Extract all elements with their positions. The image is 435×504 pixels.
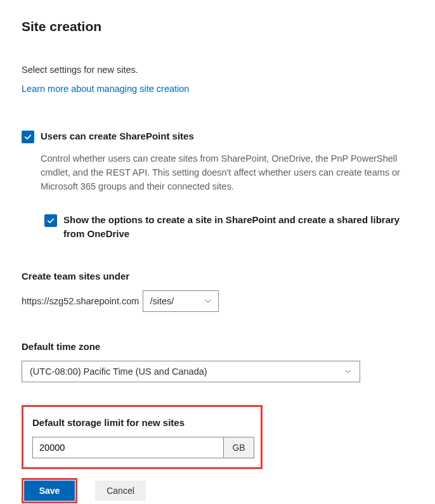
page-description: Select settings for new sites. xyxy=(22,65,413,75)
timezone-label: Default time zone xyxy=(22,341,413,352)
create-under-label: Create team sites under xyxy=(22,271,413,281)
storage-limit-input[interactable] xyxy=(32,437,224,458)
storage-unit-label: GB xyxy=(224,437,254,458)
cancel-button[interactable]: Cancel xyxy=(95,481,146,501)
timezone-select[interactable]: (UTC-08:00) Pacific Time (US and Canada) xyxy=(22,361,360,382)
save-button[interactable]: Save xyxy=(24,481,75,501)
learn-more-link[interactable]: Learn more about managing site creation xyxy=(22,84,189,94)
managed-path-select[interactable]: /sites/ xyxy=(143,290,219,312)
checkmark-icon xyxy=(23,132,32,141)
save-button-highlight: Save xyxy=(22,478,77,503)
checkmark-icon xyxy=(46,216,55,225)
chevron-down-icon xyxy=(204,297,212,305)
page-title: Site creation xyxy=(22,19,413,34)
users-can-create-description: Control whether users can create sites f… xyxy=(41,152,413,194)
show-options-checkbox[interactable] xyxy=(44,214,57,227)
timezone-value: (UTC-08:00) Pacific Time (US and Canada) xyxy=(30,366,207,377)
managed-path-value: /sites/ xyxy=(150,296,174,306)
show-options-label: Show the options to create a site in Sha… xyxy=(63,213,413,242)
storage-limit-label: Default storage limit for new sites xyxy=(32,417,252,428)
storage-limit-highlight: Default storage limit for new sites GB xyxy=(22,405,263,469)
users-can-create-label: Users can create SharePoint sites xyxy=(41,129,194,144)
chevron-down-icon xyxy=(344,368,352,375)
tenant-url-text: https://szg52.sharepoint.com xyxy=(22,296,139,306)
users-can-create-checkbox[interactable] xyxy=(22,131,34,143)
